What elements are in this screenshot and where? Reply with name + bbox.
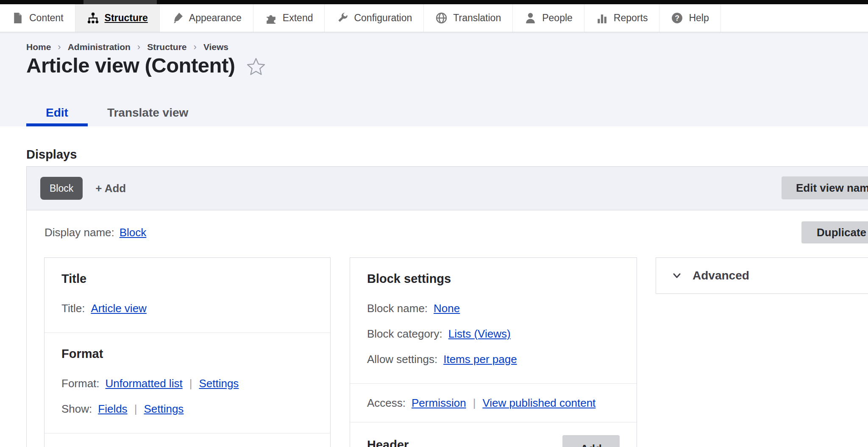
column-block-settings: Block settings Block name:None Block cat… xyxy=(350,257,637,447)
globe-icon xyxy=(435,12,448,24)
toolbar-item-label: Configuration xyxy=(354,12,412,24)
tab-edit[interactable]: Edit xyxy=(26,99,88,126)
chevron-down-icon xyxy=(670,269,683,282)
tab-translate-view[interactable]: Translate view xyxy=(88,99,208,126)
access-row: Access:Permission|View published content xyxy=(367,396,620,410)
breadcrumb-separator: › xyxy=(137,42,140,53)
access-section: Access:Permission|View published content xyxy=(350,384,637,422)
edit-view-name-button[interactable]: Edit view name/description xyxy=(782,176,868,199)
paintbrush-icon xyxy=(171,12,184,24)
page-title: Article view (Content) xyxy=(26,53,235,77)
display-pill-block[interactable]: Block xyxy=(40,177,83,200)
block-settings-section: Block settings Block name:None Block cat… xyxy=(350,258,637,384)
display-edit-frame: Display name:Block Duplicate Block Title… xyxy=(26,210,868,447)
favorite-star-icon[interactable] xyxy=(246,54,266,76)
block-name-label: Block name: xyxy=(367,302,428,315)
show-settings-link[interactable]: Settings xyxy=(144,402,184,415)
display-name-label: Display name: xyxy=(45,226,114,239)
title-label: Title: xyxy=(61,302,85,315)
puzzle-icon xyxy=(265,12,277,24)
admin-top-strip xyxy=(0,0,868,4)
duplicate-block-button[interactable]: Duplicate Block xyxy=(801,221,868,243)
block-name-row: Block name:None xyxy=(367,301,620,316)
block-name-link[interactable]: None xyxy=(434,302,460,315)
wrench-icon xyxy=(336,12,348,24)
add-display-button[interactable]: + Add xyxy=(95,182,126,195)
format-settings-link[interactable]: Settings xyxy=(199,377,239,390)
column-title-format: Title Title:Article view Format Format:U… xyxy=(44,257,331,447)
title-value-link[interactable]: Article view xyxy=(91,302,146,315)
show-value-link[interactable]: Fields xyxy=(98,402,127,415)
format-label: Format: xyxy=(61,377,100,390)
toolbar-item-people[interactable]: People xyxy=(513,4,584,32)
format-row: Format:Unformatted list|Settings xyxy=(61,376,313,391)
toolbar-item-structure[interactable]: Structure xyxy=(75,4,160,32)
toolbar-item-configuration[interactable]: Configuration xyxy=(325,4,424,32)
header-section-heading: Header xyxy=(367,439,409,447)
block-category-label: Block category: xyxy=(367,327,442,340)
allow-settings-row: Allow settings:Items per page xyxy=(367,352,620,366)
display-name-row: Display name:Block xyxy=(45,226,146,240)
displays-bar: Block + Add Edit view name/description xyxy=(26,166,868,210)
file-icon xyxy=(11,12,24,24)
displays-heading: Displays xyxy=(26,148,77,162)
toolbar-item-appearance[interactable]: Appearance xyxy=(160,4,253,32)
toolbar-item-label: Appearance xyxy=(189,12,242,24)
breadcrumb-separator: › xyxy=(194,42,197,53)
toolbar-item-label: Extend xyxy=(283,12,313,24)
pipe-separator: | xyxy=(473,397,476,409)
breadcrumb-administration[interactable]: Administration xyxy=(68,42,131,52)
header-section: Header Add xyxy=(350,422,637,447)
pipe-separator: | xyxy=(134,402,137,415)
bar-chart-icon xyxy=(596,12,608,24)
access-permission-link[interactable]: Permission xyxy=(412,397,466,409)
access-label: Access: xyxy=(367,397,406,409)
format-section-heading: Format xyxy=(61,347,313,360)
format-value-link[interactable]: Unformatted list xyxy=(106,377,183,390)
title-section: Title Title:Article view xyxy=(45,258,330,333)
toolbar-item-help[interactable]: ? Help xyxy=(659,4,721,32)
breadcrumb-views[interactable]: Views xyxy=(203,42,228,52)
format-section: Format Format:Unformatted list|Settings … xyxy=(45,333,330,433)
breadcrumb-home[interactable]: Home xyxy=(26,42,51,52)
header-add-button[interactable]: Add xyxy=(562,435,620,447)
block-settings-heading: Block settings xyxy=(367,272,620,285)
block-category-row: Block category:Lists (Views) xyxy=(367,327,620,341)
help-icon: ? xyxy=(671,12,683,24)
toolbar-item-label: Structure xyxy=(105,12,148,24)
page-header: Home › Administration › Structure › View… xyxy=(0,32,868,126)
toolbar-item-label: Content xyxy=(29,12,64,24)
admin-toolbar: Content Structure Appearance Extend Conf… xyxy=(0,4,868,32)
show-row: Show:Fields|Settings xyxy=(61,402,313,416)
breadcrumb: Home › Administration › Structure › View… xyxy=(26,42,228,53)
show-label: Show: xyxy=(61,402,92,415)
title-section-heading: Title xyxy=(61,272,313,285)
title-row: Title:Article view xyxy=(61,301,313,316)
allow-settings-link[interactable]: Items per page xyxy=(443,353,517,366)
sitemap-icon xyxy=(87,12,99,24)
pipe-separator: | xyxy=(189,377,192,390)
toolbar-item-label: Translation xyxy=(453,12,501,24)
toolbar-item-label: Reports xyxy=(614,12,648,24)
next-section-partial xyxy=(45,433,330,447)
access-published-link[interactable]: View published content xyxy=(482,397,595,409)
svg-text:?: ? xyxy=(675,14,680,22)
advanced-panel-toggle[interactable]: Advanced xyxy=(656,257,868,294)
allow-settings-label: Allow settings: xyxy=(367,353,437,366)
breadcrumb-separator: › xyxy=(58,42,61,53)
advanced-label: Advanced xyxy=(693,269,749,282)
block-category-link[interactable]: Lists (Views) xyxy=(448,327,511,340)
toolbar-item-extend[interactable]: Extend xyxy=(253,4,325,32)
breadcrumb-structure[interactable]: Structure xyxy=(147,42,186,52)
person-icon xyxy=(524,12,537,24)
toolbar-item-content[interactable]: Content xyxy=(0,4,75,32)
primary-tabs: Edit Translate view xyxy=(26,99,208,126)
toolbar-item-label: Help xyxy=(689,12,709,24)
toolbar-item-label: People xyxy=(542,12,573,24)
toolbar-item-reports[interactable]: Reports xyxy=(584,4,660,32)
admin-top-strip-active-segment xyxy=(83,0,157,4)
toolbar-item-translation[interactable]: Translation xyxy=(424,4,513,32)
display-name-link[interactable]: Block xyxy=(120,226,147,239)
